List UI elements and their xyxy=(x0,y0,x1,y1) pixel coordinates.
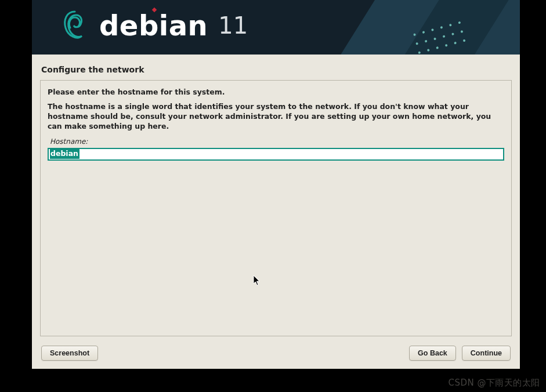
footer: Screenshot Go Back Continue xyxy=(40,336,512,363)
main-panel: Please enter the hostname for this syste… xyxy=(40,80,512,336)
hostname-label: Hostname: xyxy=(50,137,504,146)
installer-window: debian 11 Configure the network Please e… xyxy=(32,0,520,369)
go-back-button[interactable]: Go Back xyxy=(409,346,456,361)
instruction-secondary: The hostname is a single word that ident… xyxy=(48,102,504,132)
nav-buttons: Go Back Continue xyxy=(409,346,511,361)
instruction-primary: Please enter the hostname for this syste… xyxy=(48,88,504,96)
logo: debian 11 xyxy=(61,8,248,43)
content-area: Configure the network Please enter the h… xyxy=(32,55,520,369)
brand-text: debian xyxy=(99,9,208,42)
continue-button[interactable]: Continue xyxy=(462,346,511,361)
hostname-input[interactable]: debian xyxy=(48,148,504,161)
screenshot-button[interactable]: Screenshot xyxy=(41,346,98,361)
hostname-value: debian xyxy=(50,149,79,159)
watermark: CSDN @下雨天的太阳 xyxy=(448,378,540,389)
banner: debian 11 xyxy=(32,0,520,55)
debian-swirl-icon xyxy=(61,8,89,43)
version-text: 11 xyxy=(218,12,248,39)
step-title: Configure the network xyxy=(41,65,512,74)
